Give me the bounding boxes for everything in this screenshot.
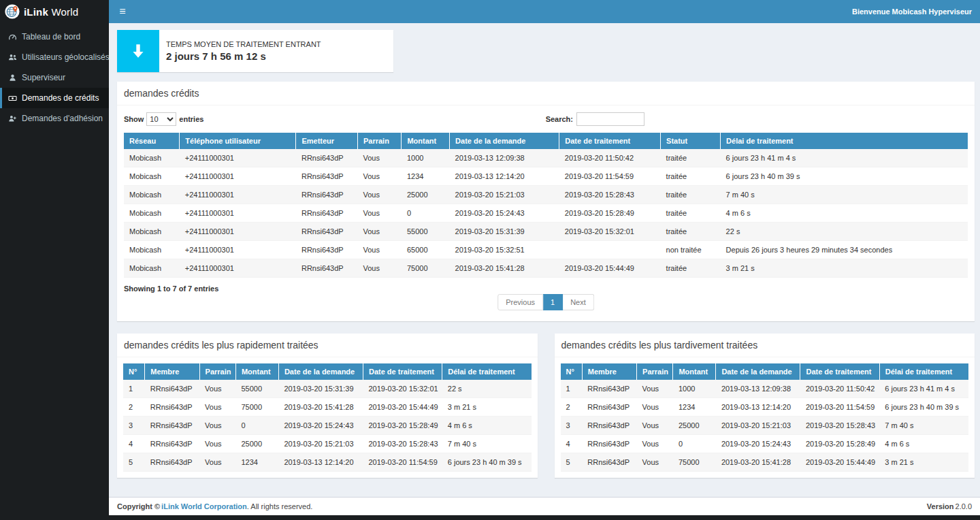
page-length-control: Show10entries [124,112,203,126]
column-header[interactable]: Parrain [199,363,235,380]
table-cell: Mobicash [124,149,180,167]
table-cell: Mobicash [124,241,180,259]
table-cell: 6 jours 23 h 41 m 4 s [721,149,968,167]
column-header[interactable]: Montant [402,133,450,149]
table-cell: 2019-03-20 15:24:43 [450,204,559,223]
table-row: Mobicash+24111000301RRnsi643dPVous250002… [124,186,968,204]
table-row: Mobicash+24111000301RRnsi643dPVous550002… [124,223,968,241]
table-cell: 2019-03-20 15:28:49 [363,417,442,435]
column-header[interactable]: N° [561,363,583,380]
user-plus-icon [8,114,17,123]
table-cell [559,241,661,259]
sidebar-item-superviseur[interactable]: Superviseur [0,67,109,88]
table-cell: Vous [199,435,235,453]
table-cell: 2019-03-20 15:32:01 [559,223,661,241]
column-header[interactable]: Date de la demande [716,363,800,380]
column-header[interactable]: Membre [145,363,199,380]
logo[interactable]: iLink World [0,0,109,23]
column-header[interactable]: Date de la demande [278,363,363,380]
table-cell: 2019-03-20 15:31:39 [450,223,559,241]
table-cell: RRnsi643dP [582,398,636,417]
sidebar-toggle-button[interactable]: ≡ [109,0,136,23]
column-header[interactable]: Délai de traitement [442,363,532,380]
column-header[interactable]: Réseau [124,133,180,149]
table-cell: 2019-03-20 15:44:49 [363,398,442,417]
table-cell: RRnsi643dP [145,380,199,398]
user-icon [8,74,17,82]
table-cell: 25000 [235,435,278,453]
panel-body: N°MembreParrainMontantDate de la demande… [117,357,538,478]
welcome-user-text[interactable]: Bienvenue Mobicash Hyperviseur [852,7,980,16]
panel-title: demandes crédits les plus tardivement tr… [555,334,975,357]
column-header[interactable]: N° [123,363,145,380]
header: iLink World ≡ Bienvenue Mobicash Hypervi… [0,0,980,23]
table-cell: RRnsi643dP [582,417,636,435]
logo-text-light: World [48,6,78,18]
column-header[interactable]: Date de la demande [450,133,559,149]
show-label: Show [124,115,144,123]
table-cell: 2019-03-20 15:31:39 [278,380,363,398]
column-header[interactable]: Emetteur [296,133,358,149]
column-header[interactable]: Parrain [357,133,401,149]
column-header[interactable]: Montant [673,363,716,380]
table-cell: Vous [357,186,401,204]
table-cell: +24111000301 [180,186,296,204]
fastest-processed-table: N°MembreParrainMontantDate de la demande… [123,363,532,472]
next-page-button[interactable]: Next [563,294,594,310]
table-cell: 75000 [235,398,278,417]
table-cell: 4 m 6 s [879,435,968,453]
sidebar-item-tableau-de-bord[interactable]: Tableau de bord [0,27,109,47]
table-body: 1RRnsi643dPVous10002019-03-13 12:09:3820… [561,380,969,472]
table-cell: 2019-03-20 15:32:51 [450,241,559,259]
table-cell: 2019-03-20 15:21:03 [278,435,363,453]
table-cell: 2019-03-20 15:21:03 [450,186,559,204]
page-1-button[interactable]: 1 [543,294,563,310]
table-cell: 3 [123,417,145,435]
pagination: Previous 1 Next [497,294,594,310]
sidebar-item-demandes-de-credits[interactable]: Demandes de crédits [0,88,109,108]
table-cell: 1 [561,380,583,398]
table-summary: Showing 1 to 7 of 7 entries [124,285,218,293]
credit-icon [8,94,17,103]
table-cell: 1234 [402,167,450,186]
table-cell: traitée [661,167,721,186]
previous-page-button[interactable]: Previous [497,294,543,310]
table-cell: 2019-03-20 15:28:49 [800,435,879,453]
table-cell: 2019-03-20 15:21:03 [716,417,800,435]
table-cell: +24111000301 [180,167,296,186]
sidebar-item-utilisateurs-geolocalises[interactable]: Utilisateurs géolocalisés [0,47,109,67]
company-link[interactable]: iLink World Corporation [161,502,247,510]
search-input[interactable] [576,112,644,126]
page-length-select[interactable]: 10 [146,112,176,126]
column-header[interactable]: Parrain [637,363,673,380]
column-header[interactable]: Délai de traitement [879,363,968,380]
table-cell: 2019-03-20 15:24:43 [278,417,363,435]
table-cell: 22 s [442,380,532,398]
table-cell: RRnsi643dP [145,417,199,435]
table-cell: 2019-03-20 15:41:28 [450,259,559,278]
column-header[interactable]: Date de traitement [800,363,879,380]
table-row: 4RRnsi643dPVous250002019-03-20 15:21:032… [123,435,532,453]
column-header[interactable]: Date de traitement [363,363,442,380]
content-area: TEMPS MOYEN DE TRAITEMENT ENTRANT 2 jour… [109,23,980,497]
table-cell: traitée [661,259,721,278]
column-header[interactable]: Téléphone utilisateur [180,133,296,149]
table-row: 1RRnsi643dPVous550002019-03-20 15:31:392… [123,380,532,398]
column-header[interactable]: Membre [582,363,636,380]
table-controls: Show10entries Search: [124,112,968,126]
table-cell: 2019-03-20 15:44:49 [559,259,661,278]
table-cell: 2019-03-20 15:41:28 [278,398,363,417]
version-value: 2.0.0 [956,502,972,510]
credits-table: RéseauTéléphone utilisateurEmetteurParra… [124,133,968,278]
column-header[interactable]: Date de traitement [559,133,661,149]
table-cell: RRnsi643dP [145,453,199,472]
column-header[interactable]: Statut [661,133,721,149]
table-cell: 25000 [673,417,716,435]
table-cell: Mobicash [124,223,180,241]
table-cell: 7 m 40 s [879,417,968,435]
column-header[interactable]: Délai de traitement [721,133,968,149]
column-header[interactable]: Montant [235,363,278,380]
table-cell: Mobicash [124,167,180,186]
search-control: Search: [546,112,644,126]
sidebar-item-demandes-adhesion[interactable]: Demandes d'adhésion [0,108,109,129]
